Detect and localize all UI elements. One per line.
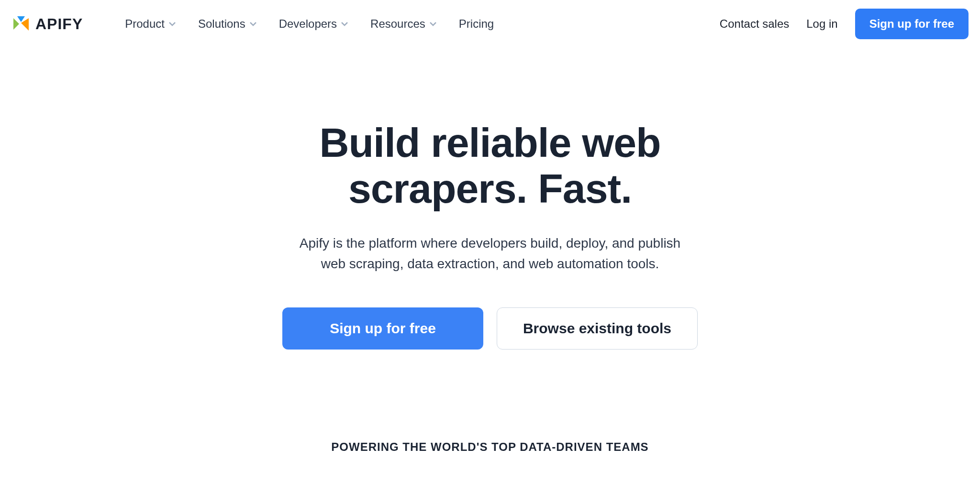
brand-logo[interactable]: APIFY bbox=[11, 13, 83, 34]
nav-label: Pricing bbox=[459, 17, 494, 31]
primary-nav: Product Solutions Developers Resources P… bbox=[125, 17, 494, 31]
chevron-down-icon bbox=[341, 20, 348, 28]
nav-item-solutions[interactable]: Solutions bbox=[198, 17, 257, 31]
hero-sub-line2: web scraping, data extraction, and web a… bbox=[321, 256, 659, 271]
site-header: APIFY Product Solutions Developers Resou… bbox=[0, 0, 980, 48]
hero-section: Build reliable web scrapers. Fast. Apify… bbox=[0, 120, 980, 350]
nav-label: Resources bbox=[370, 17, 425, 31]
nav-label: Product bbox=[125, 17, 165, 31]
hero-headline-line2: scrapers. Fast. bbox=[348, 165, 632, 211]
nav-item-pricing[interactable]: Pricing bbox=[459, 17, 494, 31]
browse-tools-button[interactable]: Browse existing tools bbox=[497, 307, 698, 350]
chevron-down-icon bbox=[429, 20, 437, 28]
header-actions: Contact sales Log in Sign up for free bbox=[720, 9, 969, 39]
hero-headline: Build reliable web scrapers. Fast. bbox=[19, 120, 961, 212]
nav-item-developers[interactable]: Developers bbox=[279, 17, 348, 31]
social-proof-tagline: POWERING THE WORLD'S TOP DATA-DRIVEN TEA… bbox=[0, 440, 980, 454]
contact-sales-link[interactable]: Contact sales bbox=[720, 17, 789, 31]
nav-label: Solutions bbox=[198, 17, 245, 31]
brand-name: APIFY bbox=[35, 15, 83, 33]
nav-item-product[interactable]: Product bbox=[125, 17, 176, 31]
hero-headline-line1: Build reliable web bbox=[319, 120, 660, 165]
hero-sub-line1: Apify is the platform where developers b… bbox=[300, 236, 680, 251]
hero-subtext: Apify is the platform where developers b… bbox=[19, 233, 961, 274]
signup-button-hero[interactable]: Sign up for free bbox=[282, 307, 483, 350]
signup-button-header[interactable]: Sign up for free bbox=[855, 9, 969, 39]
chevron-down-icon bbox=[168, 20, 176, 28]
login-link[interactable]: Log in bbox=[806, 17, 837, 31]
chevron-down-icon bbox=[249, 20, 257, 28]
nav-label: Developers bbox=[279, 17, 337, 31]
nav-item-resources[interactable]: Resources bbox=[370, 17, 437, 31]
apify-logo-icon bbox=[11, 13, 31, 34]
hero-cta-row: Sign up for free Browse existing tools bbox=[19, 307, 961, 350]
